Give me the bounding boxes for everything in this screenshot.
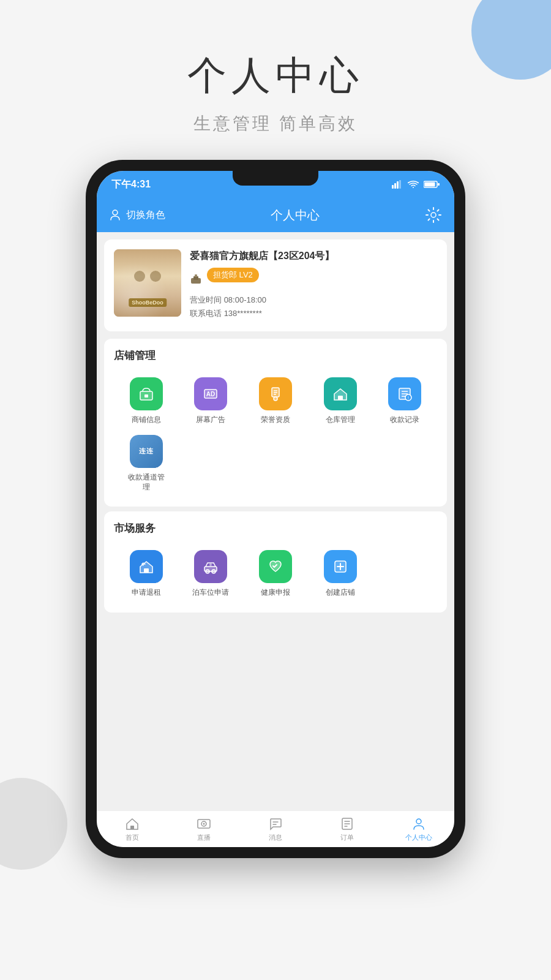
- shop-management-title: 店铺管理: [114, 349, 437, 363]
- nav-live[interactable]: 直播: [168, 813, 240, 846]
- payment-channel-text: 连连: [139, 447, 154, 456]
- store-phone: 联系电话 138********: [190, 308, 437, 319]
- switch-role-button[interactable]: 切换角色: [109, 209, 165, 222]
- store-image-brand: ShooBeDoo: [129, 298, 167, 307]
- svg-point-31: [212, 570, 216, 573]
- svg-text:!: !: [408, 396, 409, 400]
- battery-icon: [424, 180, 440, 189]
- create-shop-icon: [324, 550, 357, 583]
- store-hours-label: 营业时间: [190, 295, 222, 304]
- svg-rect-21: [338, 396, 343, 400]
- shop-management-grid: 商铺信息 AD 屏幕广告: [114, 372, 437, 497]
- nav-order-label: 订单: [340, 833, 354, 842]
- store-info: 爱喜猫官方旗舰店【23区204号】 担货郎 LV2: [190, 249, 437, 322]
- settings-icon[interactable]: [425, 206, 442, 224]
- payment-channel-icon: 连连: [130, 435, 163, 468]
- svg-rect-36: [130, 826, 134, 829]
- store-image: ShooBeDoo: [114, 249, 181, 317]
- phone-container: 下午4:31: [86, 160, 465, 858]
- svg-text:AD: AD: [206, 391, 215, 398]
- signal-icon: [392, 180, 403, 189]
- screen-ad-icon: AD: [194, 377, 227, 410]
- page-header: 个人中心 生意管理 简单高效: [0, 0, 551, 135]
- store-badge-icon: [190, 272, 202, 284]
- nav-profile-label: 个人中心: [405, 833, 432, 842]
- wifi-icon: [408, 180, 419, 189]
- live-nav-icon: [197, 816, 211, 831]
- status-time: 下午4:31: [111, 178, 151, 191]
- store-badge: 担货郎 LV2: [207, 268, 259, 282]
- phone-frame: 下午4:31: [86, 160, 465, 858]
- svg-point-7: [113, 210, 118, 215]
- honor-icon: [259, 377, 292, 410]
- svg-rect-5: [425, 183, 435, 187]
- honor-label: 荣誉资质: [261, 415, 290, 425]
- svg-rect-28: [144, 568, 149, 573]
- payment-record-icon: !: [388, 377, 421, 410]
- order-nav-icon: [340, 816, 354, 831]
- store-card[interactable]: ShooBeDoo 爱喜猫官方旗舰店【23区204号】: [104, 239, 447, 331]
- nav-home[interactable]: 首页: [97, 813, 168, 846]
- screen-ad-item[interactable]: AD 屏幕广告: [179, 372, 244, 430]
- phone-screen: 下午4:31: [97, 171, 454, 847]
- nav-live-label: 直播: [197, 833, 211, 842]
- page-title: 个人中心: [0, 49, 551, 102]
- payment-record-label: 收款记录: [390, 415, 419, 425]
- store-badge-text: 担货郎 LV2: [213, 270, 253, 281]
- svg-point-20: [274, 397, 277, 401]
- svg-rect-11: [195, 274, 197, 277]
- nav-message-label: 消息: [269, 833, 282, 842]
- svg-point-8: [431, 213, 436, 217]
- svg-rect-2: [397, 181, 399, 189]
- health-item[interactable]: 健康申报: [243, 545, 308, 603]
- shop-info-label: 商铺信息: [132, 415, 161, 425]
- svg-point-30: [206, 570, 209, 573]
- warehouse-icon: [324, 377, 357, 410]
- message-nav-icon: [268, 816, 283, 831]
- svg-point-39: [203, 823, 205, 824]
- payment-channel-item[interactable]: 连连 收款通道管理: [114, 430, 179, 497]
- nav-message[interactable]: 消息: [240, 813, 312, 846]
- store-hours-value: 08:00-18:00: [224, 295, 266, 304]
- bottom-navigation: 首页 直播 消息: [97, 810, 454, 847]
- market-service-grid: 申请退租: [114, 545, 437, 603]
- apply-return-item[interactable]: 申请退租: [114, 545, 179, 603]
- store-phone-label: 联系电话: [190, 309, 222, 318]
- create-shop-item[interactable]: 创建店铺: [308, 545, 373, 603]
- nav-home-label: 首页: [126, 833, 139, 842]
- person-icon: [109, 209, 121, 221]
- store-phone-value: 138********: [224, 309, 262, 318]
- warehouse-item[interactable]: 仓库管理: [308, 372, 373, 430]
- profile-nav-icon: [411, 816, 426, 831]
- nav-profile[interactable]: 个人中心: [383, 813, 454, 846]
- top-navigation-bar: 切换角色 个人中心: [97, 198, 454, 232]
- svg-rect-3: [399, 180, 401, 189]
- screen-content[interactable]: ShooBeDoo 爱喜猫官方旗舰店【23区204号】: [97, 232, 454, 810]
- apply-return-icon: [130, 550, 163, 583]
- store-hours: 营业时间 08:00-18:00: [190, 295, 437, 306]
- parking-item[interactable]: 泊车位申请: [179, 545, 244, 603]
- nav-order[interactable]: 订单: [311, 813, 383, 846]
- honor-item[interactable]: 荣誉资质: [243, 372, 308, 430]
- bottom-spacer: [97, 617, 454, 630]
- switch-role-label: 切换角色: [126, 209, 165, 222]
- market-service-section: 市场服务 申请退租: [104, 511, 447, 612]
- payment-record-item[interactable]: ! 收款记录: [372, 372, 437, 430]
- store-name: 爱喜猫官方旗舰店【23区204号】: [190, 249, 437, 263]
- shop-info-item[interactable]: 商铺信息: [114, 372, 179, 430]
- screen-ad-label: 屏幕广告: [196, 415, 225, 425]
- phone-notch: [233, 171, 318, 186]
- warehouse-label: 仓库管理: [326, 415, 355, 425]
- top-bar-title: 个人中心: [271, 207, 320, 224]
- shop-info-icon: [130, 377, 163, 410]
- market-service-title: 市场服务: [114, 521, 437, 535]
- parking-label: 泊车位申请: [192, 588, 229, 598]
- shop-management-section: 店铺管理 商铺信息: [104, 339, 447, 507]
- svg-rect-13: [144, 394, 148, 398]
- svg-rect-6: [438, 183, 440, 186]
- svg-point-46: [416, 819, 421, 824]
- svg-rect-1: [394, 183, 396, 189]
- page-subtitle: 生意管理 简单高效: [0, 112, 551, 135]
- health-icon: [259, 550, 292, 583]
- create-shop-label: 创建店铺: [326, 588, 355, 598]
